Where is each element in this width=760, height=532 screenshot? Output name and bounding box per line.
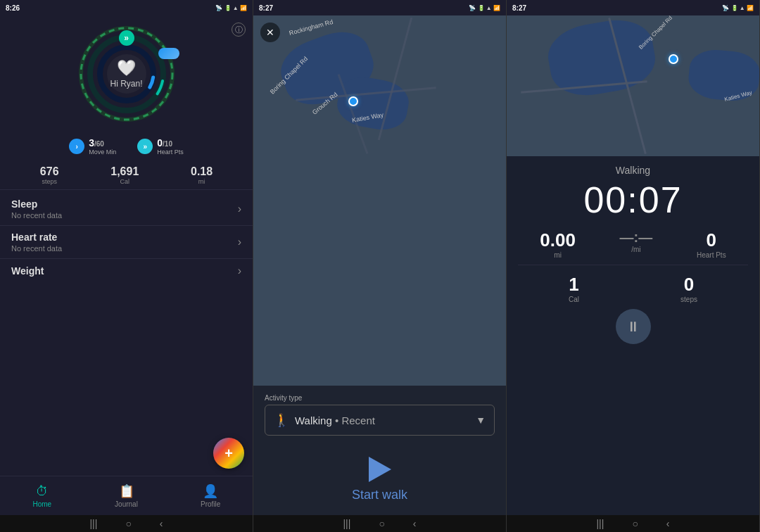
home-nav-label: Home (32, 500, 51, 508)
play-button[interactable] (369, 457, 391, 482)
ring-shoe (158, 48, 179, 59)
time-3: 8:27 (512, 4, 526, 12)
map-area: Rockingham Rd Boring Chapel Rd Katies Wa… (253, 15, 506, 386)
workout-metrics-top: 0.00 mi —:— /mi 0 Heart Pts (518, 229, 748, 265)
workout-panel: 8:27 📡 🔋 ▲ 📶 Boring Chapel Rd Katies Way… (507, 0, 760, 532)
time-2: 8:27 (259, 4, 273, 12)
nav-back-2[interactable]: ‹ (413, 518, 417, 529)
heart-rate-chevron: › (238, 236, 241, 248)
close-button[interactable]: ✕ (260, 23, 280, 42)
workout-location-dot (669, 54, 678, 64)
weight-chevron: › (238, 265, 241, 277)
journal-nav-icon: 📋 (119, 483, 134, 499)
cal-workout-value: 1 (569, 274, 579, 296)
cal-workout-metric: 1 Cal (569, 274, 579, 303)
nav-home[interactable]: ⏱ Home (0, 476, 84, 515)
heart-rate-section[interactable]: Heart rate No recent data › (0, 226, 253, 259)
move-min-stat: › 3/60 Move Min (69, 137, 116, 156)
heart-rate-title: Heart rate (11, 232, 62, 243)
distance-value: 0.00 (540, 229, 576, 251)
heart-rate-sub: No recent data (11, 244, 62, 253)
nav-profile[interactable]: 👤 Profile (168, 476, 253, 515)
stats-row: › 3/60 Move Min » 0/10 Heart Pts (0, 132, 253, 161)
nav-recents[interactable]: ||| (89, 518, 97, 529)
status-bar-3: 8:27 📡 🔋 ▲ 📶 (507, 0, 759, 15)
nav-home-btn-3[interactable]: ○ (632, 518, 638, 529)
heart-pts-stat: » 0/10 Heart Pts (137, 137, 184, 156)
status-bar-2: 8:27 📡 🔋 ▲ 📶 (253, 0, 506, 15)
nav-recents-3[interactable]: ||| (596, 518, 604, 529)
nav-back-3[interactable]: ‹ (666, 518, 670, 529)
time-1: 8:26 (6, 4, 20, 12)
profile-nav-label: Profile (201, 500, 220, 508)
pause-icon: ⏸ (626, 319, 640, 335)
steps-workout-label: steps (680, 296, 697, 303)
pause-button[interactable]: ⏸ (616, 309, 651, 344)
nav-recents-2[interactable]: ||| (343, 518, 350, 529)
heart-icon: 🤍 (117, 59, 136, 77)
move-min-icon: › (69, 139, 84, 154)
journal-nav-label: Journal (115, 500, 138, 508)
info-button[interactable]: ⓘ (232, 23, 246, 37)
android-nav-3: ||| ○ ‹ (507, 515, 759, 532)
weight-section[interactable]: Weight › (0, 259, 253, 283)
status-icons-3: 📡 🔋 ▲ 📶 (722, 5, 754, 11)
android-nav-1: ||| ○ ‹ (0, 515, 253, 532)
ring-center: 🤍 Hi Ryan! (110, 59, 142, 89)
sleep-title: Sleep (11, 198, 62, 210)
steps-value: 676 (40, 165, 59, 178)
nav-journal[interactable]: 📋 Journal (84, 476, 169, 515)
status-icons-1: 📡 🔋 ▲ 📶 (215, 5, 247, 11)
move-min-value: 3/60 (89, 137, 116, 148)
sleep-sub: No recent data (11, 211, 62, 220)
sleep-section[interactable]: Sleep No recent data › (0, 193, 253, 226)
miles-value: 0.18 (191, 165, 213, 178)
activity-ring-section: ⓘ » (0, 15, 253, 128)
heart-pts-workout-metric: 0 Heart Pts (697, 229, 726, 259)
nav-home-btn[interactable]: ○ (125, 518, 131, 529)
activity-type-label: Activity type (265, 394, 495, 402)
badge-arrow: » (119, 30, 134, 46)
heart-pts-value: 0/10 (157, 137, 184, 148)
cal-value: 1,691 (110, 165, 139, 178)
android-nav-2: ||| ○ ‹ (253, 515, 506, 532)
workout-stats: Walking 00:07 0.00 mi —:— /mi 0 Heart Pt… (507, 156, 759, 515)
nav-home-btn-2[interactable]: ○ (379, 518, 384, 529)
workout-map: Boring Chapel Rd Katies Way (507, 15, 759, 156)
greeting-text: Hi Ryan! (110, 79, 142, 89)
activity-name: Walking • Recent (295, 414, 470, 426)
miles-metric: 0.18 mi (191, 165, 213, 185)
cal-workout-label: Cal (569, 296, 579, 303)
bottom-nav: ⏱ Home 📋 Journal 👤 Profile (0, 476, 253, 515)
home-nav-icon: ⏱ (36, 484, 49, 499)
activity-dropdown[interactable]: 🚶 Walking • Recent ▼ (265, 405, 495, 436)
cal-metric: 1,691 Cal (110, 165, 139, 185)
metrics-row: 676 steps 1,691 Cal 0.18 mi (0, 161, 253, 190)
sleep-chevron: › (238, 203, 241, 215)
nav-back[interactable]: ‹ (160, 518, 163, 529)
pace-metric: —:— /mi (620, 229, 653, 259)
steps-workout-metric: 0 steps (680, 274, 697, 303)
heart-pts-workout-label: Heart Pts (697, 251, 726, 259)
ring-badge: » (119, 30, 134, 46)
move-min-label: Move Min (89, 148, 116, 156)
home-panel: 8:26 📡 🔋 ▲ 📶 ⓘ (0, 0, 253, 532)
workout-metrics-bot: 1 Cal 0 steps (518, 274, 748, 303)
steps-workout-value: 0 (680, 274, 697, 296)
heart-pts-icon: » (137, 139, 153, 154)
start-label[interactable]: Start walk (352, 488, 407, 502)
steps-metric: 676 steps (40, 165, 59, 185)
heart-pts-workout-value: 0 (697, 229, 726, 251)
home-content: ⓘ » (0, 15, 253, 476)
dropdown-arrow-icon: ▼ (476, 414, 486, 426)
workout-timer: 00:07 (518, 179, 748, 221)
activity-selector: Activity type 🚶 Walking • Recent ▼ (253, 386, 506, 444)
distance-metric: 0.00 mi (540, 229, 576, 259)
heart-pts-label: Heart Pts (157, 148, 184, 156)
walk-icon: 🚶 (274, 412, 289, 428)
ring-container: » 🤍 Hi Ryan! (77, 25, 176, 123)
fab-button[interactable]: + (213, 438, 244, 469)
weight-title: Weight (11, 265, 44, 277)
start-button-area: Start walk (253, 444, 506, 515)
profile-nav-icon: 👤 (203, 483, 218, 499)
